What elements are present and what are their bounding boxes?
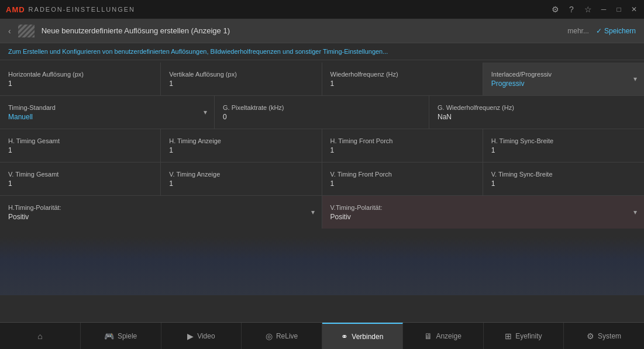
v-timing-fp-label: V. Timing Front Porch — [330, 171, 474, 178]
timing-standard-chevron-icon: ▾ — [204, 108, 207, 116]
verbinden-icon: ⚭ — [341, 332, 348, 341]
refresh-rate-cell[interactable]: Wiederholfrequenz (Hz) 1 — [322, 63, 483, 95]
page-header: ‹ Neue benutzerdefinierte Auflösung erst… — [0, 19, 644, 43]
interlaced-chevron-icon: ▾ — [633, 75, 637, 83]
h-timing-total-value: 1 — [8, 146, 152, 154]
settings-icon[interactable]: ⚙ — [550, 5, 560, 14]
grid-row-1: Horizontale Auflösung (px) 1 Vertikale A… — [0, 63, 644, 96]
back-button[interactable]: ‹ — [8, 26, 11, 36]
close-button[interactable]: ✕ — [630, 5, 638, 13]
h-timing-total-label: H. Timing Gesamt — [8, 137, 152, 144]
spiele-icon: 🎮 — [104, 331, 114, 341]
interlaced-label: Interlaced/Progressiv — [491, 71, 636, 78]
v-polarity-value: Positiv — [330, 213, 636, 221]
help-icon[interactable]: ? — [567, 5, 576, 14]
pixel-rate-value: 0 — [223, 113, 421, 121]
pixel-rate-cell[interactable]: G. Pixeltaktrate (kHz) 0 — [215, 96, 429, 129]
g-refresh-value: NaN — [438, 113, 636, 121]
refresh-rate-value: 1 — [330, 80, 474, 88]
interlaced-cell[interactable]: Interlaced/Progressiv Progressiv ▾ — [483, 63, 644, 95]
h-timing-total-cell[interactable]: H. Timing Gesamt 1 — [0, 129, 161, 162]
nav-verbinden[interactable]: ⚭ Verbinden — [322, 323, 403, 349]
v-resolution-value: 1 — [169, 80, 313, 88]
v-resolution-label: Vertikale Auflösung (px) — [169, 71, 313, 78]
timing-standard-value: Manuell — [8, 113, 206, 121]
nav-relive[interactable]: ◎ ReLive — [242, 323, 322, 349]
h-timing-display-cell[interactable]: H. Timing Anzeige 1 — [161, 129, 322, 162]
app-title: RADEON-EINSTELLUNGEN — [29, 6, 135, 13]
more-link[interactable]: mehr... — [567, 27, 589, 35]
v-timing-sync-cell[interactable]: V. Timing Sync-Breite 1 — [483, 163, 644, 195]
minimize-button[interactable]: ─ — [600, 5, 608, 13]
title-bar: AMD RADEON-EINSTELLUNGEN ⚙ ? ☆ ─ □ ✕ — [0, 0, 644, 19]
grid-row-2: Timing-Standard Manuell ▾ G. Pixeltaktra… — [0, 96, 644, 129]
v-timing-fp-value: 1 — [330, 179, 474, 188]
relive-label: ReLive — [276, 332, 298, 340]
h-timing-fp-cell[interactable]: H. Timing Front Porch 1 — [322, 129, 483, 162]
video-label: Video — [197, 332, 215, 340]
save-button[interactable]: ✓ Speichern — [596, 27, 636, 35]
grid-row-3: H. Timing Gesamt 1 H. Timing Anzeige 1 H… — [0, 129, 644, 163]
h-timing-sync-cell[interactable]: H. Timing Sync-Breite 1 — [483, 129, 644, 162]
save-check-icon: ✓ — [596, 27, 602, 35]
h-timing-sync-label: H. Timing Sync-Breite — [491, 137, 636, 144]
h-polarity-cell[interactable]: H.Timing-Polarität: Positiv ▾ — [0, 196, 322, 229]
v-polarity-cell[interactable]: V.Timing-Polarität: Positiv ▾ — [322, 196, 645, 229]
v-timing-total-cell[interactable]: V. Timing Gesamt 1 — [0, 163, 161, 195]
nav-home[interactable]: ⌂ — [0, 323, 81, 349]
pixel-rate-label: G. Pixeltaktrate (kHz) — [223, 104, 421, 111]
window-controls: ⚙ ? ☆ ─ □ ✕ — [550, 5, 638, 14]
v-timing-sync-label: V. Timing Sync-Breite — [491, 171, 636, 178]
eyefinity-icon: ⊞ — [505, 331, 512, 341]
h-timing-sync-value: 1 — [491, 146, 636, 154]
verbinden-label: Verbinden — [352, 333, 383, 341]
interlaced-value: Progressiv — [491, 80, 636, 88]
home-icon: ⌂ — [37, 331, 42, 341]
video-icon: ▶ — [187, 331, 194, 341]
h-resolution-label: Horizontale Auflösung (px) — [8, 71, 152, 78]
description-bar: Zum Erstellen und Konfigurieren von benu… — [0, 43, 644, 60]
h-timing-display-value: 1 — [169, 146, 313, 154]
main-content: ‹ Neue benutzerdefinierte Auflösung erst… — [0, 19, 644, 322]
v-polarity-chevron-icon: ▾ — [633, 208, 637, 216]
timing-standard-cell[interactable]: Timing-Standard Manuell ▾ — [0, 96, 215, 129]
h-timing-display-label: H. Timing Anzeige — [169, 137, 313, 144]
h-resolution-cell[interactable]: Horizontale Auflösung (px) 1 — [0, 63, 161, 95]
v-polarity-label: V.Timing-Polarität: — [330, 204, 636, 211]
v-timing-fp-cell[interactable]: V. Timing Front Porch 1 — [322, 163, 483, 195]
v-resolution-cell[interactable]: Vertikale Auflösung (px) 1 — [161, 63, 322, 95]
timing-standard-label: Timing-Standard — [8, 104, 206, 111]
eyefinity-label: Eyefinity — [515, 332, 542, 340]
star-icon[interactable]: ☆ — [583, 5, 593, 14]
nav-eyefinity[interactable]: ⊞ Eyefinity — [484, 323, 564, 349]
grid-row-4: V. Timing Gesamt 1 V. Timing Anzeige 1 V… — [0, 163, 644, 196]
nav-system[interactable]: ⚙ System — [564, 323, 644, 349]
maximize-button[interactable]: □ — [615, 5, 623, 13]
h-polarity-label: H.Timing-Polarität: — [8, 204, 314, 211]
refresh-rate-label: Wiederholfrequenz (Hz) — [330, 71, 474, 78]
bottom-nav: ⌂ 🎮 Spiele ▶ Video ◎ ReLive ⚭ Verbinden … — [0, 322, 644, 349]
save-label: Speichern — [604, 27, 636, 35]
anzeige-label: Anzeige — [436, 332, 461, 340]
v-timing-display-value: 1 — [169, 179, 313, 188]
amd-logo: AMD — [6, 5, 25, 14]
g-refresh-label: G. Wiederholfrequenz (Hz) — [438, 104, 636, 111]
anzeige-icon: 🖥 — [424, 331, 432, 341]
grid-row-5: H.Timing-Polarität: Positiv ▾ V.Timing-P… — [0, 196, 644, 229]
page-title: Neue benutzerdefinierte Auflösung erstel… — [42, 26, 230, 35]
g-refresh-cell[interactable]: G. Wiederholfrequenz (Hz) NaN — [429, 96, 644, 129]
v-timing-sync-value: 1 — [491, 179, 636, 188]
settings-grid: Horizontale Auflösung (px) 1 Vertikale A… — [0, 60, 644, 231]
system-label: System — [598, 332, 621, 340]
h-polarity-value: Positiv — [8, 213, 314, 221]
h-polarity-chevron-icon: ▾ — [311, 208, 315, 216]
relive-icon: ◎ — [266, 331, 273, 341]
background-blur — [0, 237, 644, 295]
brand: AMD RADEON-EINSTELLUNGEN — [6, 5, 135, 14]
v-timing-display-label: V. Timing Anzeige — [169, 171, 313, 178]
nav-spiele[interactable]: 🎮 Spiele — [81, 323, 161, 349]
v-timing-display-cell[interactable]: V. Timing Anzeige 1 — [161, 163, 322, 195]
v-timing-total-label: V. Timing Gesamt — [8, 171, 152, 178]
nav-video[interactable]: ▶ Video — [161, 323, 242, 349]
nav-anzeige[interactable]: 🖥 Anzeige — [403, 323, 484, 349]
